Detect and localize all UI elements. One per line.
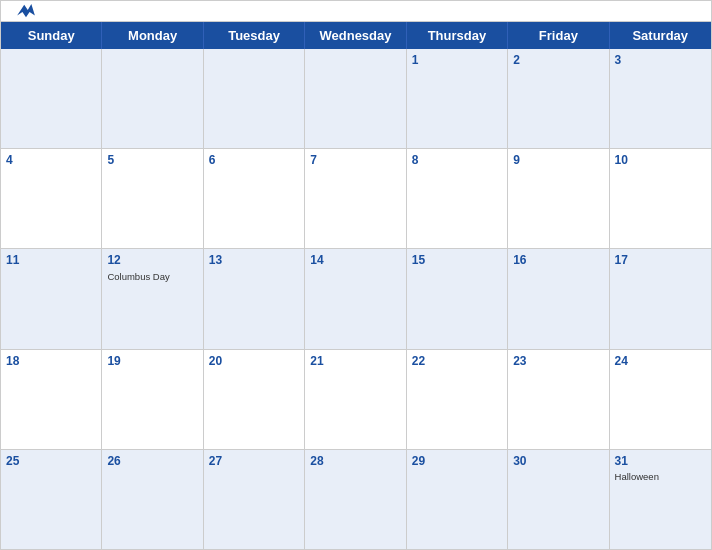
day-number: 31 [615,454,706,470]
day-cell: 16 [508,249,609,348]
day-cell: 10 [610,149,711,248]
day-number: 21 [310,354,400,370]
day-number: 13 [209,253,299,269]
day-number: 23 [513,354,603,370]
calendar-grid: SundayMondayTuesdayWednesdayThursdayFrid… [1,21,711,549]
day-cell [1,49,102,148]
day-cell [305,49,406,148]
week-row-4: 18192021222324 [1,350,711,450]
day-cell: 20 [204,350,305,449]
day-cell: 18 [1,350,102,449]
day-cell: 4 [1,149,102,248]
day-number: 26 [107,454,197,470]
day-header-sunday: Sunday [1,22,102,49]
day-number: 7 [310,153,400,169]
day-number: 22 [412,354,502,370]
day-cell: 17 [610,249,711,348]
day-cell: 3 [610,49,711,148]
calendar-header [1,1,711,21]
day-header-friday: Friday [508,22,609,49]
svg-marker-0 [17,4,35,17]
holiday-label: Columbus Day [107,271,197,283]
day-number: 11 [6,253,96,269]
day-number: 8 [412,153,502,169]
day-number: 5 [107,153,197,169]
day-cell: 29 [407,450,508,549]
day-cell: 12Columbus Day [102,249,203,348]
day-cell: 14 [305,249,406,348]
day-cell: 11 [1,249,102,348]
day-cell: 9 [508,149,609,248]
day-cell: 8 [407,149,508,248]
day-cell: 1 [407,49,508,148]
day-cell: 22 [407,350,508,449]
day-header-thursday: Thursday [407,22,508,49]
holiday-label: Halloween [615,471,706,483]
day-number: 18 [6,354,96,370]
day-cell: 30 [508,450,609,549]
logo-blue-area [17,3,37,19]
day-cell: 7 [305,149,406,248]
day-cell: 5 [102,149,203,248]
day-number: 12 [107,253,197,269]
day-header-tuesday: Tuesday [204,22,305,49]
day-cell: 26 [102,450,203,549]
weeks-container: 123456789101112Columbus Day1314151617181… [1,49,711,549]
day-headers-row: SundayMondayTuesdayWednesdayThursdayFrid… [1,22,711,49]
day-number: 2 [513,53,603,69]
day-cell [204,49,305,148]
day-cell: 23 [508,350,609,449]
day-cell: 15 [407,249,508,348]
day-cell: 2 [508,49,609,148]
day-cell: 19 [102,350,203,449]
day-cell: 27 [204,450,305,549]
day-number: 16 [513,253,603,269]
day-cell: 24 [610,350,711,449]
day-cell: 21 [305,350,406,449]
logo-area [17,3,37,19]
week-row-2: 45678910 [1,149,711,249]
day-number: 3 [615,53,706,69]
day-cell: 13 [204,249,305,348]
day-header-saturday: Saturday [610,22,711,49]
day-cell [102,49,203,148]
day-number: 30 [513,454,603,470]
day-number: 9 [513,153,603,169]
day-number: 29 [412,454,502,470]
logo-bird-icon [17,3,35,19]
day-number: 10 [615,153,706,169]
day-cell: 28 [305,450,406,549]
day-number: 28 [310,454,400,470]
week-row-1: 123 [1,49,711,149]
day-number: 19 [107,354,197,370]
day-cell: 31Halloween [610,450,711,549]
day-header-wednesday: Wednesday [305,22,406,49]
day-number: 17 [615,253,706,269]
day-cell: 6 [204,149,305,248]
calendar-container: SundayMondayTuesdayWednesdayThursdayFrid… [0,0,712,550]
day-cell: 25 [1,450,102,549]
day-number: 20 [209,354,299,370]
day-number: 6 [209,153,299,169]
day-number: 1 [412,53,502,69]
day-number: 27 [209,454,299,470]
day-number: 25 [6,454,96,470]
week-row-5: 25262728293031Halloween [1,450,711,549]
day-number: 14 [310,253,400,269]
day-number: 4 [6,153,96,169]
day-number: 24 [615,354,706,370]
day-number: 15 [412,253,502,269]
day-header-monday: Monday [102,22,203,49]
week-row-3: 1112Columbus Day1314151617 [1,249,711,349]
